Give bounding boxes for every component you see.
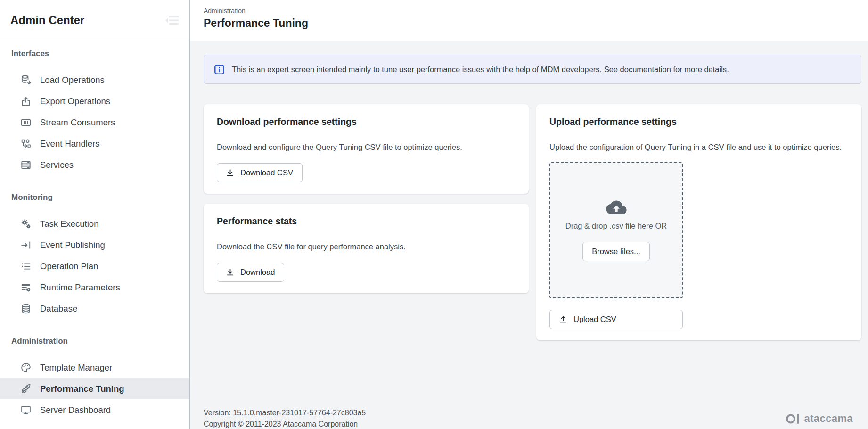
template-manager-icon xyxy=(20,362,32,374)
load-operations-icon xyxy=(20,74,32,86)
section-label: Administration xyxy=(0,335,189,347)
more-details-link[interactable]: more details xyxy=(684,65,727,74)
sidebar-item-stream-consumers[interactable]: Stream Consumers xyxy=(0,112,189,133)
export-operations-icon xyxy=(20,95,32,107)
operation-plan-icon xyxy=(20,260,32,272)
sidebar-item-label: Task Execution xyxy=(40,219,98,229)
sidebar-header: Admin Center xyxy=(0,0,189,41)
page-title: Performance Tuning xyxy=(204,17,868,30)
performance-tuning-icon xyxy=(20,383,32,395)
card-description: Download the CSV file for query performa… xyxy=(217,242,516,251)
sidebar-nav: InterfacesLoad OperationsExport Operatio… xyxy=(0,41,189,429)
performance-stats-card: Performance stats Download the CSV file … xyxy=(204,204,529,293)
sidebar-item-label: Runtime Parameters xyxy=(40,282,120,293)
download-csv-button[interactable]: Download CSV xyxy=(217,163,303,182)
version-text: Version: 15.1.0.master-231017-57764-27c8… xyxy=(204,407,366,419)
download-icon xyxy=(226,169,234,177)
sidebar-item-label: Export Operations xyxy=(40,96,110,107)
dropzone-text: Drag & drop .csv file here OR xyxy=(565,222,667,231)
card-title: Performance stats xyxy=(217,216,516,227)
event-handlers-icon xyxy=(20,138,32,150)
copyright-text: Copyright © 2011-2023 Ataccama Corporati… xyxy=(204,419,366,429)
sidebar-item-export-operations[interactable]: Export Operations xyxy=(0,91,189,112)
section-label: Monitoring xyxy=(0,191,189,204)
card-title: Download performance settings xyxy=(217,116,516,127)
sidebar-item-label: Services xyxy=(40,160,74,170)
info-banner: This is an expert screen intended mainly… xyxy=(204,55,861,84)
main-area: Administration Performance Tuning This i… xyxy=(190,0,868,429)
sidebar-section-interfaces: InterfacesLoad OperationsExport Operatio… xyxy=(0,48,189,175)
runtime-parameters-icon xyxy=(20,281,32,294)
section-label: Interfaces xyxy=(0,48,189,60)
page-content: This is an expert screen intended mainly… xyxy=(190,41,868,429)
upload-csv-button[interactable]: Upload CSV xyxy=(549,310,683,329)
sidebar-item-label: Stream Consumers xyxy=(40,117,115,128)
sidebar-item-event-publishing[interactable]: Event Publishing xyxy=(0,234,189,256)
services-icon xyxy=(20,159,32,171)
sidebar-item-label: Event Handlers xyxy=(40,139,99,149)
card-description: Upload the configuration of Query Tuning… xyxy=(549,142,848,152)
ataccama-logo-text: ataccama xyxy=(804,412,853,425)
left-column: Download performance settings Download a… xyxy=(204,104,529,293)
admin-center-app: Admin Center InterfacesLoad OperationsEx… xyxy=(0,0,868,429)
sidebar-item-label: Event Publishing xyxy=(40,240,105,250)
card-description: Download and configure the Query Tuning … xyxy=(217,142,516,152)
app-title: Admin Center xyxy=(10,14,84,27)
sidebar-item-services[interactable]: Services xyxy=(0,154,189,175)
server-dashboard-icon xyxy=(20,404,32,416)
sidebar-section-administration: AdministrationTemplate ManagerPerformanc… xyxy=(0,335,189,421)
sidebar-item-label: Performance Tuning xyxy=(40,384,124,394)
database-icon xyxy=(20,303,32,315)
sidebar-item-performance-tuning[interactable]: Performance Tuning xyxy=(0,378,189,399)
page-footer: Version: 15.1.0.master-231017-57764-27c8… xyxy=(204,407,861,429)
sidebar-item-label: Operation Plan xyxy=(40,261,98,272)
sidebar-item-server-dashboard[interactable]: Server Dashboard xyxy=(0,399,189,421)
sidebar-item-database[interactable]: Database xyxy=(0,298,189,319)
browse-files-button[interactable]: Browse files... xyxy=(582,242,650,261)
download-button[interactable]: Download xyxy=(217,263,284,282)
cards-row: Download performance settings Download a… xyxy=(204,104,861,340)
page-header: Administration Performance Tuning xyxy=(190,0,868,41)
footer-text: Version: 15.1.0.master-231017-57764-27c8… xyxy=(204,407,366,429)
sidebar: Admin Center InterfacesLoad OperationsEx… xyxy=(0,0,190,429)
breadcrumb[interactable]: Administration xyxy=(204,7,868,15)
cloud-upload-icon xyxy=(606,199,627,216)
csv-dropzone[interactable]: Drag & drop .csv file here OR Browse fil… xyxy=(549,162,683,298)
card-title: Upload performance settings xyxy=(549,116,848,127)
info-icon xyxy=(214,64,225,75)
sidebar-item-load-operations[interactable]: Load Operations xyxy=(0,69,189,91)
sidebar-item-runtime-parameters[interactable]: Runtime Parameters xyxy=(0,277,189,298)
ataccama-logo-icon xyxy=(786,412,800,425)
task-execution-icon xyxy=(20,218,32,230)
upload-icon xyxy=(559,315,567,323)
stream-consumers-icon xyxy=(20,116,32,129)
collapse-sidebar-icon[interactable] xyxy=(164,14,180,27)
sidebar-section-monitoring: MonitoringTask ExecutionEvent Publishing… xyxy=(0,191,189,319)
download-icon xyxy=(226,268,234,276)
sidebar-item-operation-plan[interactable]: Operation Plan xyxy=(0,256,189,277)
banner-text: This is an expert screen intended mainly… xyxy=(232,65,729,74)
sidebar-item-label: Load Operations xyxy=(40,75,105,85)
sidebar-item-label: Server Dashboard xyxy=(40,405,111,415)
sidebar-item-template-manager[interactable]: Template Manager xyxy=(0,357,189,378)
sidebar-item-label: Database xyxy=(40,304,77,314)
sidebar-item-event-handlers[interactable]: Event Handlers xyxy=(0,133,189,154)
event-publishing-icon xyxy=(20,239,32,251)
upload-settings-card: Upload performance settings Upload the c… xyxy=(536,104,861,340)
download-settings-card: Download performance settings Download a… xyxy=(204,104,529,194)
sidebar-item-label: Template Manager xyxy=(40,363,112,373)
sidebar-item-task-execution[interactable]: Task Execution xyxy=(0,213,189,234)
ataccama-logo: ataccama xyxy=(786,412,853,425)
